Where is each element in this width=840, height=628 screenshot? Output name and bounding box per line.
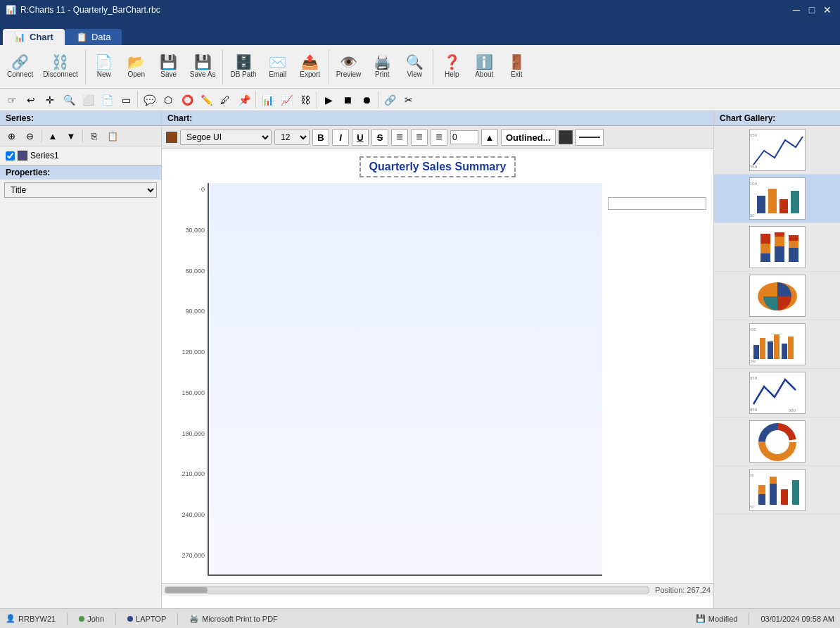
exit-label: Exit	[511, 70, 523, 78]
toolbar-sep-2	[222, 49, 223, 84]
gallery-item-stacked[interactable]	[714, 223, 840, 272]
gallery-item-3dbar[interactable]: 100 90	[714, 175, 840, 223]
gallery-item-pie[interactable]	[714, 272, 840, 320]
line-style-picker[interactable]	[575, 129, 604, 146]
connect-button[interactable]: 🔗 Connect	[3, 54, 37, 80]
export-button[interactable]: 📤 Export	[295, 54, 326, 80]
disconnect-button[interactable]: ⛓️ Disconnect	[39, 54, 82, 80]
svg-text:400: 400	[750, 327, 756, 332]
chart-title-text[interactable]: Quarterly Sales Summary	[359, 156, 516, 177]
gallery-thumb-smallbar: 60 50	[749, 469, 806, 511]
gallery-item-donut[interactable]	[714, 417, 840, 466]
dbpath-button[interactable]: 🗄️ DB Path	[226, 54, 260, 80]
text-color-swatch[interactable]	[559, 130, 573, 144]
bar-chart-btn[interactable]: 📊	[258, 91, 276, 109]
series-item[interactable]: Series1	[3, 149, 158, 162]
bold-button[interactable]: B	[312, 129, 329, 146]
scroll-thumb[interactable]	[165, 587, 208, 593]
scroll-track[interactable]	[165, 586, 649, 594]
pin-button[interactable]: 📌	[235, 91, 253, 109]
y-axis-label: 180,000	[169, 430, 205, 437]
exit-button[interactable]: 🚪 Exit	[501, 54, 532, 80]
balloon-button[interactable]: 💬	[140, 91, 158, 109]
close-button[interactable]: ✕	[820, 3, 834, 17]
preview-label: Preview	[336, 70, 362, 78]
minimize-button[interactable]: ─	[789, 3, 803, 17]
select-button[interactable]: ⬡	[159, 91, 177, 109]
save-button[interactable]: 💾 Save	[153, 54, 184, 80]
title-bar-left: 📊 R:Charts 11 - Quarterly_BarChart.rbc	[6, 5, 160, 15]
tab-chart[interactable]: 📊 Chart	[3, 29, 65, 45]
svg-rect-23	[753, 345, 759, 359]
svg-rect-43	[770, 484, 777, 505]
stop-btn[interactable]: ⏹	[338, 91, 357, 109]
align-left-button[interactable]: ≡	[391, 129, 408, 146]
open-button[interactable]: 📂 Open	[121, 54, 152, 80]
laptop-dot	[127, 616, 133, 622]
series-down-button[interactable]: ▼	[63, 127, 79, 144]
status-sep-2	[115, 613, 116, 625]
grouped-chart-thumb-svg: 400 340	[750, 324, 805, 365]
zoom-button[interactable]: 🔍	[60, 91, 78, 109]
series-up-button[interactable]: ▲	[44, 127, 61, 144]
svg-rect-46	[792, 480, 799, 505]
gallery-item-line2[interactable]: 950 850 900	[714, 369, 840, 417]
font-color-swatch[interactable]	[166, 132, 177, 143]
email-button[interactable]: ✉️ Email	[262, 54, 293, 80]
copy-button[interactable]: ⬜	[79, 91, 97, 109]
rotation-input[interactable]	[450, 130, 478, 144]
page-button[interactable]: 📄	[98, 91, 116, 109]
move-button[interactable]: ✛	[41, 91, 59, 109]
series-checkbox[interactable]	[6, 151, 15, 161]
scissors-btn[interactable]: ✂	[400, 91, 418, 109]
title-bar-controls: ─ □ ✕	[789, 3, 834, 17]
underline-button[interactable]: U	[352, 129, 369, 146]
play-btn[interactable]: ▶	[319, 91, 338, 109]
help-button[interactable]: ❓ Help	[436, 54, 467, 80]
series-paste-button[interactable]: 📋	[104, 127, 121, 144]
record-btn[interactable]: ⏺	[357, 91, 376, 109]
chart-format-toolbar: Segoe UI 12 10 14 16 18 B I U S ≡ ≡ ≡ ▲ …	[162, 126, 713, 149]
svg-rect-27	[782, 344, 787, 359]
print-button[interactable]: 🖨️ Print	[367, 54, 397, 80]
series-add-button[interactable]: ⊕	[3, 127, 20, 144]
series-copy-button[interactable]: ⎘	[86, 127, 103, 144]
align-center-button[interactable]: ≡	[411, 129, 428, 146]
italic-button[interactable]: I	[332, 129, 349, 146]
maximize-button[interactable]: □	[805, 3, 819, 17]
strikethrough-button[interactable]: S	[371, 129, 388, 146]
chart-title-box[interactable]: Quarterly Sales Summary	[169, 156, 706, 177]
spin-up-button[interactable]: ▲	[481, 129, 498, 146]
svg-rect-11	[761, 253, 770, 262]
rect-button[interactable]: ▭	[117, 91, 135, 109]
font-size-select[interactable]: 12 10 14 16 18	[274, 130, 310, 145]
open-icon: 📂	[127, 55, 145, 69]
svg-text:100: 100	[750, 182, 758, 186]
font-select[interactable]: Segoe UI	[180, 130, 272, 145]
highlight-button[interactable]: 🖊	[216, 91, 234, 109]
gallery-item-3dgroup[interactable]: 400 340	[714, 320, 840, 369]
saveas-button[interactable]: 💾 Save As	[186, 54, 220, 80]
outline-button[interactable]: Outlined...	[501, 129, 556, 146]
align-right-button[interactable]: ≡	[431, 129, 447, 146]
pencil-button[interactable]: ✏️	[197, 91, 215, 109]
pointer-button[interactable]: ☞	[3, 91, 21, 109]
chart2-btn[interactable]: 📈	[277, 91, 295, 109]
undo-button[interactable]: ↩	[22, 91, 40, 109]
tab-data[interactable]: 📋 Data	[65, 29, 122, 45]
link-btn[interactable]: 🔗	[381, 91, 399, 109]
properties-dropdown[interactable]: Title Legend Axis Series	[4, 182, 157, 198]
chain-btn[interactable]: ⛓	[296, 91, 314, 109]
gallery-item-smallbar[interactable]: 60 50	[714, 466, 840, 515]
gallery-thumb-3dgroup: 400 340	[749, 323, 806, 365]
svg-rect-42	[758, 485, 765, 494]
gallery-item-line[interactable]: 650 550	[714, 126, 840, 175]
preview-button[interactable]: 👁️ Preview	[332, 54, 366, 80]
series-remove-button[interactable]: ⊖	[21, 127, 38, 144]
new-button[interactable]: 📄 New	[89, 54, 120, 80]
view-button[interactable]: 🔍 View	[399, 54, 430, 80]
circle-button[interactable]: ⭕	[178, 91, 196, 109]
about-button[interactable]: ℹ️ About	[469, 54, 499, 80]
title-bar: 📊 R:Charts 11 - Quarterly_BarChart.rbc ─…	[0, 0, 840, 20]
saveas-label: Save As	[190, 70, 216, 78]
